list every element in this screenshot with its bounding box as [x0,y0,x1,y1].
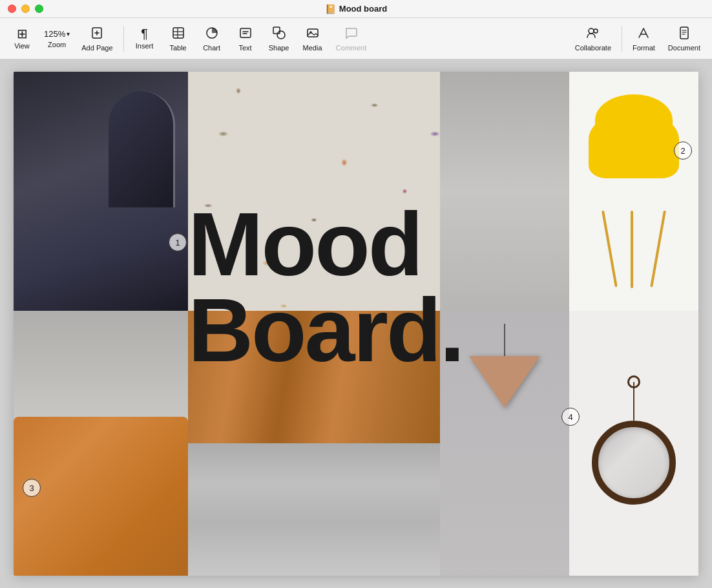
comment-label: Comment [336,44,367,52]
format-icon [636,26,651,42]
lamp-graphic [440,311,569,576]
svg-rect-8 [240,28,251,37]
maximize-button[interactable] [35,5,43,13]
page-badge-4: 4 [561,408,580,426]
title-bar: 📔 Mood board [0,0,712,18]
text-label: Text [238,44,251,52]
window-title: 📔 Mood board [325,4,387,14]
document-label: Document [668,44,700,52]
sofa-graphic [14,417,188,576]
zoom-label: Zoom [48,41,66,48]
concrete-graphic [440,72,569,311]
chair-graphic [14,72,188,311]
svg-point-15 [589,28,594,34]
toolbar: ⊞ View 125% ▾ Zoom Add Page ¶ Insert [0,18,712,59]
chart-icon [205,26,219,42]
moodboard: 1 — Terrazzo Floors 2 — Pop Color 3 — Wa… [14,72,698,576]
yellow-chair-shape [582,94,686,288]
window-controls [8,5,43,13]
chair-leg-3 [650,211,666,288]
yellow-chair-image [569,72,698,311]
table-icon [171,26,185,42]
svg-point-16 [594,29,598,33]
mirror-circle [592,421,676,505]
chair-leg-2 [631,211,633,288]
media-button[interactable]: Media [297,22,328,56]
chair-image [14,72,188,311]
mirror-shape [592,382,676,505]
chair-leg-1 [602,211,618,288]
add-page-button[interactable]: Add Page [76,22,118,56]
table-label: Table [169,44,186,52]
mirror-image [569,311,698,576]
canvas: 1 — Terrazzo Floors 2 — Pop Color 3 — Wa… [0,59,712,588]
close-button[interactable] [8,5,16,13]
collaborate-button[interactable]: Collaborate [570,22,616,56]
text-button[interactable]: Text [230,22,261,56]
view-label: View [14,42,30,50]
terrazzo-graphic [188,72,440,311]
chart-label: Chart [203,44,220,52]
insert-button[interactable]: ¶ Insert [129,22,160,56]
fur-graphic [188,443,440,576]
collaborate-label: Collaborate [575,44,611,52]
lamp-cord [504,324,505,356]
media-label: Media [303,44,322,52]
comment-button[interactable]: Comment [331,22,372,56]
minimize-button[interactable] [21,5,30,13]
svg-rect-12 [273,27,280,34]
page-badge-2: 2 [674,142,692,160]
zoom-control[interactable]: 125% ▾ Zoom [40,22,74,56]
toolbar-separator-2 [622,26,622,52]
insert-label: Insert [136,42,154,50]
svg-rect-3 [173,28,183,38]
terrazzo-image [188,72,440,311]
zoom-value: 125% ▾ [44,29,70,39]
add-page-icon [90,26,104,42]
shape-button[interactable]: Shape [264,22,295,56]
page-badge-1: 1 [169,233,187,251]
toolbar-separator-1 [123,26,124,52]
add-page-label: Add Page [81,44,112,52]
wood-fur-image [188,311,440,576]
app-icon: 📔 [325,4,336,14]
view-button[interactable]: ⊞ View [6,22,37,56]
insert-icon: ¶ [141,27,148,40]
document-button[interactable]: Document [663,22,706,56]
svg-rect-13 [308,29,318,37]
yellow-chair-graphic [569,72,698,311]
lamp-shape [469,324,540,408]
wood-graphic [188,311,440,443]
lamp-cone [469,356,540,408]
shape-icon [272,26,286,42]
media-icon [306,26,320,42]
format-button[interactable]: Format [627,22,660,56]
view-icon: ⊞ [17,27,28,40]
comment-icon [344,26,358,42]
collaborate-icon [586,26,600,42]
svg-point-11 [277,31,285,39]
page-badge-3: 3 [23,479,41,497]
format-label: Format [633,44,655,52]
mirror-top-ring [627,375,640,388]
svg-rect-18 [680,27,688,39]
table-button[interactable]: Table [163,22,194,56]
document-icon [677,26,691,42]
mirror-graphic [569,311,698,576]
gray-wall-image [14,311,188,576]
chart-button[interactable]: Chart [196,22,227,56]
shape-label: Shape [269,44,289,52]
lamp-image: 1 — Terrazzo Floors 2 — Pop Color 3 — Wa… [440,311,569,576]
concrete-image [440,72,569,311]
chair-seat [589,114,679,178]
text-icon [238,26,253,42]
